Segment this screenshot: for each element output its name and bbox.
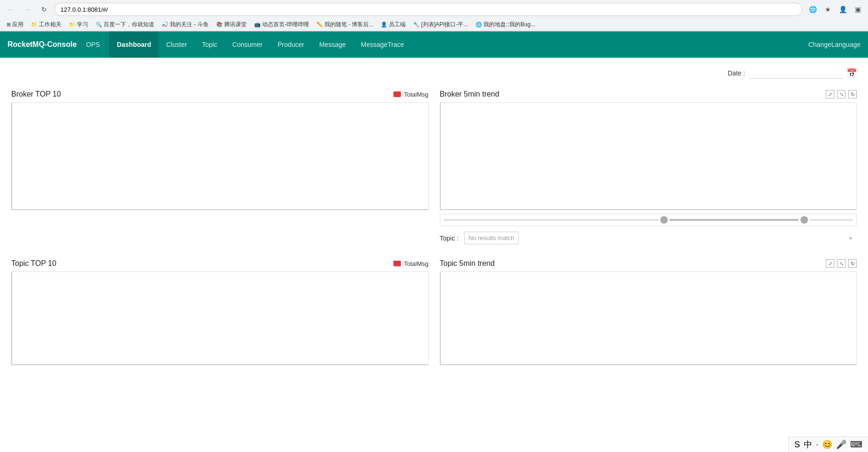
- nav-consumer[interactable]: Consumer: [225, 31, 270, 58]
- broker-trend-controls: Topic : No results match: [440, 214, 857, 244]
- reload-button[interactable]: ↻: [38, 3, 51, 16]
- topic-trend-refresh-btn[interactable]: ↻: [848, 259, 857, 268]
- topic-trend-expand-btn[interactable]: ⤢: [826, 259, 834, 268]
- topic-trend-header: Topic 5min trend ⤢ ⤡ ↻: [440, 259, 857, 268]
- bookmark-baidu[interactable]: 🔍 百度一下，你就知道: [93, 20, 157, 30]
- broker-trend-title: Broker 5min trend: [440, 90, 499, 98]
- emoji-icon: 😊: [822, 439, 832, 450]
- broker-top10-chart: [11, 102, 429, 210]
- compress-icon: ⤡: [839, 91, 844, 98]
- change-language-button[interactable]: ChangeLanguage: [808, 41, 860, 48]
- topic-legend-label: TotalMsg: [404, 260, 428, 267]
- bookmark-staff[interactable]: 👤 员工端: [378, 20, 408, 30]
- slider-handle-right[interactable]: [800, 216, 808, 224]
- baidu-icon: 🔍: [96, 22, 102, 28]
- broker-legend-dot: [393, 91, 401, 97]
- broker-top10-header: Broker TOP 10 TotalMsg: [11, 90, 429, 98]
- broker-trend-refresh-btn[interactable]: ↻: [848, 90, 857, 98]
- bookmark-tencent[interactable]: 📚 腾讯课堂: [213, 20, 249, 30]
- ime-dot-icon: ·: [816, 440, 818, 450]
- bookmark-work[interactable]: 📁 工作相关: [28, 20, 64, 30]
- topic-top10-title: Topic TOP 10: [11, 259, 56, 268]
- bookmark-star-button[interactable]: ★: [821, 3, 834, 16]
- bookmark-api-label: [列表]API接口-平...: [421, 21, 468, 29]
- broker-top10-panel: Broker TOP 10 TotalMsg: [11, 90, 429, 244]
- nav-cluster[interactable]: Cluster: [159, 31, 194, 58]
- keyboard-icon: ⌨: [850, 439, 862, 450]
- topic-expand-icon: ⤢: [828, 261, 832, 267]
- broker-top10-title: Broker TOP 10: [11, 90, 61, 98]
- slider-handle-left[interactable]: [660, 216, 668, 224]
- bookmarks-bar: ⊞ 应用 📁 工作相关 📁 学习 🔍 百度一下，你就知道 🎣 我的关注 - 斗鱼…: [0, 19, 868, 31]
- bookmark-api[interactable]: 🔧 [列表]API接口-平...: [410, 20, 471, 30]
- bookmark-learn-label: 学习: [77, 21, 88, 29]
- staff-icon: 👤: [381, 22, 387, 28]
- api-icon: 🔧: [413, 22, 420, 28]
- bookmark-bilibili-label: 动态首页-哔哩哔哩: [262, 21, 309, 29]
- refresh-icon: ↻: [851, 91, 855, 98]
- app-nav: RocketMQ-Console OPS Dashboard Cluster T…: [0, 31, 868, 58]
- broker-trend-panel: Broker 5min trend ⤢ ⤡ ↻: [440, 90, 857, 244]
- bottom-system-bar: S 中 · 😊 🎤 ⌨: [788, 437, 868, 452]
- mic-icon: 🎤: [836, 439, 846, 450]
- broker-charts-row: Broker TOP 10 TotalMsg Broker 5min trend…: [11, 90, 857, 244]
- date-input[interactable]: [749, 67, 843, 79]
- learn-icon: 📁: [69, 22, 75, 28]
- topic-select-row: Topic : No results match: [440, 232, 857, 244]
- topic-top10-panel: Topic TOP 10 TotalMsg: [11, 259, 429, 365]
- forward-button[interactable]: →: [21, 3, 34, 16]
- app-logo: RocketMQ-Console: [8, 40, 77, 49]
- browser-toolbar: ← → ↻ 🌐 ★ 👤 ▣: [0, 0, 868, 19]
- nav-messagetrace[interactable]: MessageTrace: [354, 31, 412, 58]
- bookmark-apps-label: 应用: [12, 21, 23, 29]
- broker-top10-legend: TotalMsg: [393, 91, 428, 98]
- bookmark-myspace[interactable]: 🌐 我的地盘::我的Bug...: [473, 20, 538, 30]
- bookmark-bilibili[interactable]: 📺 动态首页-哔哩哔哩: [251, 20, 312, 30]
- topic-top10-chart: [11, 271, 429, 365]
- bookmark-baidu-label: 百度一下，你就知道: [104, 21, 154, 29]
- bookmark-douyu-label: 我的关注 - 斗鱼: [170, 21, 209, 29]
- nav-topic[interactable]: Topic: [195, 31, 225, 58]
- slider-fill: [670, 219, 799, 221]
- expand-icon: ⤢: [828, 91, 832, 98]
- ime-chinese-icon: 中: [804, 439, 812, 450]
- nav-dashboard[interactable]: Dashboard: [109, 31, 159, 58]
- calendar-icon[interactable]: 📅: [846, 68, 857, 78]
- bookmark-staff-label: 员工端: [389, 21, 406, 29]
- back-button[interactable]: ←: [4, 3, 17, 16]
- topic-select-label: Topic :: [440, 234, 459, 242]
- broker-trend-expand-btn[interactable]: ⤢: [826, 90, 834, 98]
- topic-select-wrapper: No results match: [464, 232, 857, 244]
- topic-refresh-icon: ↻: [851, 261, 855, 267]
- broker-trend-header: Broker 5min trend ⤢ ⤡ ↻: [440, 90, 857, 98]
- bookmark-apps[interactable]: ⊞ 应用: [4, 20, 26, 30]
- myspace-icon: 🌐: [476, 22, 482, 28]
- work-icon: 📁: [31, 22, 38, 28]
- topic-trend-panel: Topic 5min trend ⤢ ⤡ ↻: [440, 259, 857, 365]
- topic-select[interactable]: No results match: [464, 232, 519, 244]
- bilibili-icon: 📺: [254, 22, 261, 28]
- date-row: Date : 📅: [11, 67, 857, 79]
- bookmark-blog-label: 我的随笔 - 博客后...: [325, 21, 374, 29]
- broker-trend-chart: [440, 102, 857, 210]
- app-section: OPS: [86, 41, 100, 48]
- broker-legend-label: TotalMsg: [404, 91, 428, 98]
- bookmark-learn[interactable]: 📁 学习: [66, 20, 91, 30]
- translate-button[interactable]: 🌐: [806, 3, 819, 16]
- account-button[interactable]: 👤: [836, 3, 849, 16]
- nav-producer[interactable]: Producer: [270, 31, 312, 58]
- broker-trend-compress-btn[interactable]: ⤡: [837, 90, 845, 98]
- extensions-button[interactable]: ▣: [851, 3, 864, 16]
- topic-trend-actions: ⤢ ⤡ ↻: [826, 259, 857, 268]
- topic-legend-dot: [393, 261, 401, 266]
- topic-trend-chart: [440, 271, 857, 365]
- bookmark-douyu[interactable]: 🎣 我的关注 - 斗鱼: [159, 20, 211, 30]
- blog-icon: ✏️: [317, 22, 323, 28]
- topic-charts-row: Topic TOP 10 TotalMsg Topic 5min trend ⤢…: [11, 259, 857, 365]
- url-bar[interactable]: [54, 3, 802, 16]
- nav-message[interactable]: Message: [312, 31, 354, 58]
- topic-trend-compress-btn[interactable]: ⤡: [837, 259, 845, 268]
- topic-trend-title: Topic 5min trend: [440, 259, 495, 268]
- bookmark-blog[interactable]: ✏️ 我的随笔 - 博客后...: [314, 20, 377, 30]
- sogou-icon: S: [794, 440, 800, 450]
